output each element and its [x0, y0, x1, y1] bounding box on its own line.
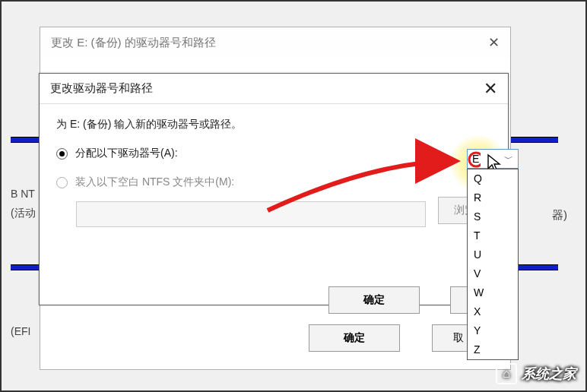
drive-letter-selected: E: [472, 153, 479, 165]
drive-letter-option[interactable]: V: [468, 264, 518, 283]
drive-letter-option[interactable]: T: [468, 226, 518, 245]
dialog-title: 更改驱动器号和路径: [50, 81, 153, 96]
drive-letter-option[interactable]: Q: [468, 169, 518, 188]
parent-ok-button[interactable]: 确定: [309, 324, 400, 352]
drive-letter-option[interactable]: U: [468, 245, 518, 264]
mount-folder-option[interactable]: 装入以下空白 NTFS 文件夹中(M):: [56, 175, 491, 189]
drive-letter-option[interactable]: Z: [468, 340, 518, 359]
drive-letter-option[interactable]: Y: [468, 321, 518, 340]
ok-label: 确定: [363, 293, 385, 307]
drive-letter-dropdown[interactable]: E ﹀: [467, 149, 519, 169]
mount-folder-radio[interactable]: [56, 177, 68, 188]
dialog-close-icon[interactable]: ✕: [484, 79, 497, 99]
chevron-down-icon: ﹀: [504, 153, 513, 166]
change-drive-letter-dialog: 更改驱动器号和路径 ✕ 为 E: (备份) 输入新的驱动器号或路径。 分配以下驱…: [39, 73, 509, 305]
bg-label-3: (EFI: [11, 324, 30, 340]
dialog-titlebar: 更改驱动器号和路径 ✕: [40, 74, 508, 104]
parent-ok-label: 确定: [344, 331, 365, 345]
assign-letter-radio[interactable]: [56, 148, 68, 160]
parent-dialog-title: 更改 E: (备份) 的驱动器号和路径: [51, 36, 216, 50]
ok-button[interactable]: 确定: [328, 286, 420, 314]
bg-label-1: B NT: [11, 186, 35, 202]
parent-cancel-label: 取: [453, 331, 464, 345]
bg-label-2: (活动: [11, 205, 36, 221]
assign-letter-label: 分配以下驱动器号(A):: [75, 147, 178, 160]
drive-letter-option[interactable]: X: [468, 302, 518, 321]
dialog-prompt: 为 E: (备份) 输入新的驱动器号或路径。: [56, 118, 491, 131]
watermark-text: 系统之家: [522, 365, 576, 383]
mount-folder-label: 装入以下空白 NTFS 文件夹中(M):: [75, 175, 234, 189]
bg-fragment-right: 器): [552, 208, 567, 223]
drive-letter-option[interactable]: S: [468, 207, 518, 226]
drive-letter-options-list[interactable]: QRSTUVWXYZ: [467, 169, 519, 360]
parent-dialog-titlebar: 更改 E: (备份) 的驱动器号和路径 ✕: [40, 27, 510, 58]
watermark: ⌂ 系统之家: [496, 363, 576, 384]
assign-letter-option[interactable]: 分配以下驱动器号(A):: [56, 147, 491, 160]
mount-path-input[interactable]: [76, 201, 426, 227]
watermark-icon: ⌂: [496, 363, 517, 384]
drive-letter-option[interactable]: R: [468, 188, 518, 207]
parent-dialog-close-icon[interactable]: ✕: [488, 34, 500, 51]
drive-letter-option[interactable]: W: [468, 283, 518, 302]
